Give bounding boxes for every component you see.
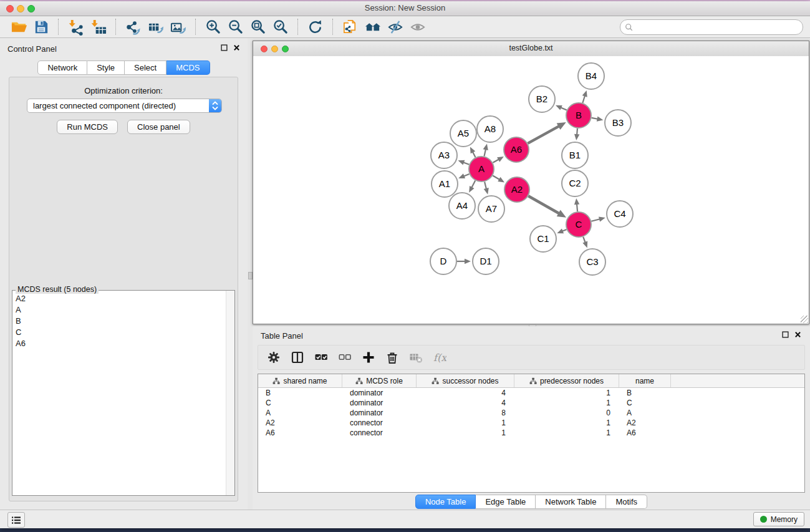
graph-node-A1[interactable]: A1 [432,171,458,197]
graph-node-B2[interactable]: B2 [529,86,555,112]
hide-selected-button[interactable] [384,17,407,36]
edge-A-to-A4[interactable] [471,181,475,188]
table-cell[interactable]: C [258,398,342,408]
table-cell[interactable]: B [258,388,342,398]
zoom-in-button[interactable] [202,17,224,36]
table-cell[interactable]: 0 [514,408,619,418]
vertical-splitter[interactable] [248,38,253,510]
graph-node-C[interactable]: C [566,212,591,237]
edge-C-to-C4[interactable] [591,219,600,221]
new-network-from-selection-button[interactable] [339,17,362,36]
close-table-panel-icon[interactable] [794,331,801,338]
tab-motifs[interactable]: Motifs [606,495,647,509]
column-header-name[interactable]: name [619,374,671,387]
import-network-from-file-button[interactable] [65,17,87,36]
graph-node-B1[interactable]: B1 [562,142,588,168]
zoom-out-button[interactable] [224,17,247,36]
graph-node-A5[interactable]: A5 [450,120,476,147]
task-history-button[interactable] [7,512,25,528]
search-field[interactable] [620,19,803,35]
table-row[interactable]: A6connector11A6 [258,428,804,438]
column-header-MCDS-role[interactable]: MCDS role [342,374,417,387]
open-file-button[interactable] [7,17,30,36]
table-cell[interactable]: 1 [514,428,619,438]
table-cell[interactable]: A [619,408,671,418]
tab-mcds[interactable]: MCDS [166,60,210,75]
graph-node-A6[interactable]: A6 [504,137,529,162]
tab-select[interactable]: Select [125,60,166,75]
zoom-fit-button[interactable] [247,17,269,36]
network-window-titlebar[interactable]: testGlobe.txt [253,41,809,57]
graph-node-A[interactable]: A [469,157,494,181]
result-list-item[interactable]: C [12,326,226,337]
result-list-item[interactable]: A2 [12,293,226,304]
save-session-button[interactable] [30,17,52,36]
table-cell[interactable]: 1 [417,428,514,438]
result-scrollbar[interactable] [226,291,234,495]
graph-node-D[interactable]: D [430,248,456,274]
float-table-panel-icon[interactable] [782,331,789,338]
run-mcds-button[interactable]: Run MCDS [57,120,118,134]
result-list-item[interactable]: B [12,315,226,326]
search-input[interactable] [636,21,803,34]
table-cell[interactable]: connector [342,428,417,438]
criterion-select[interactable]: largest connected component (directed) [27,99,222,113]
memory-button[interactable]: Memory [753,512,804,526]
table-cell[interactable]: 1 [417,418,514,428]
graph-node-B4[interactable]: B4 [578,63,604,89]
app-titlebar[interactable]: Session: New Session [0,1,810,16]
table-cell[interactable]: dominator [342,388,417,398]
table-cell[interactable]: 4 [417,388,514,398]
tab-network[interactable]: Network [37,60,87,75]
column-header-successor-nodes[interactable]: successor nodes [417,374,514,387]
table-cell[interactable]: 4 [417,398,514,408]
edge-A2-to-C[interactable] [528,196,559,214]
result-list-item[interactable]: A [12,304,226,315]
float-panel-icon[interactable] [221,44,228,51]
graph-node-C1[interactable]: C1 [530,226,556,252]
table-cell[interactable]: C [619,398,671,408]
table-cell[interactable]: dominator [342,408,417,418]
tab-network-table[interactable]: Network Table [536,495,606,509]
refresh-view-button[interactable] [304,17,327,36]
graph-node-A7[interactable]: A7 [478,196,504,222]
table-cell[interactable]: dominator [342,398,417,408]
delete-column-button[interactable] [383,348,402,367]
table-cell[interactable]: 1 [514,418,619,428]
network-resize-grip[interactable] [801,316,808,323]
show-columns-button[interactable] [288,348,307,367]
table-cell[interactable]: B [619,388,671,398]
export-image-button[interactable] [167,17,190,36]
table-row[interactable]: Adominator80A [258,408,804,418]
table-cell[interactable]: A6 [258,428,342,438]
tab-style[interactable]: Style [87,60,125,75]
tab-node-table[interactable]: Node Table [415,495,476,509]
graph-node-A4[interactable]: A4 [449,193,475,219]
graph-node-B[interactable]: B [566,103,591,128]
table-row[interactable]: A2connector11A2 [258,418,804,428]
deselect-all-rows-button[interactable] [335,348,354,367]
table-cell[interactable]: 1 [514,398,619,408]
graph-node-A3[interactable]: A3 [431,142,457,168]
graph-node-D1[interactable]: D1 [473,248,499,274]
column-header-predecessor-nodes[interactable]: predecessor nodes [514,374,619,387]
add-column-button[interactable] [359,348,378,367]
splitter-grip[interactable] [248,272,253,279]
export-table-button[interactable] [145,17,167,36]
graph-node-A2[interactable]: A2 [504,177,529,202]
first-neighbors-button[interactable] [362,17,384,36]
close-panel-icon[interactable] [233,44,240,51]
table-cell[interactable]: A2 [258,418,342,428]
table-cell[interactable]: 1 [514,388,619,398]
table-row[interactable]: Bdominator41B [258,388,804,398]
graph-node-A8[interactable]: A8 [477,116,503,142]
table-cell[interactable]: A [258,408,342,418]
table-cell[interactable]: A2 [619,418,671,428]
edge-C-to-C2[interactable] [577,203,577,211]
table-cell[interactable]: A6 [619,428,671,438]
graph-node-C4[interactable]: C4 [607,201,633,227]
graph-node-B3[interactable]: B3 [605,110,631,136]
table-settings-button[interactable] [264,348,283,367]
edge-A6-to-B[interactable] [528,126,559,143]
table-cell[interactable]: connector [342,418,417,428]
